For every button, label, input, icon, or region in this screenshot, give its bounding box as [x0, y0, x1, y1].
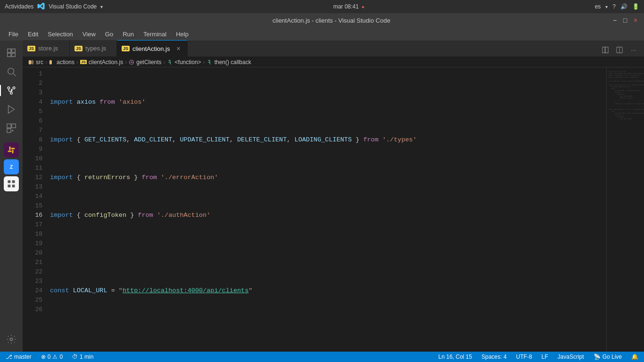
menubar-item-file[interactable]: File	[5, 30, 22, 39]
activity-bar-bottom	[3, 331, 20, 348]
activity-explorer[interactable]	[3, 44, 20, 61]
menubar-item-terminal[interactable]: Terminal	[140, 30, 170, 39]
minimize-button[interactable]: −	[611, 16, 619, 24]
menubar-item-go[interactable]: Go	[101, 30, 117, 39]
titlebar-title: clientAction.js - clients - Visual Studi…	[272, 17, 390, 24]
tab-clientaction-label: clientAction.js	[132, 45, 170, 52]
svg-rect-1	[12, 49, 15, 52]
line-num-11: 11	[26, 164, 42, 173]
breadcrumb-actions[interactable]: actions	[49, 59, 74, 66]
language-label[interactable]: es	[595, 3, 601, 10]
spaces-status[interactable]: Spaces: 4	[479, 352, 508, 362]
more-actions-button[interactable]: ···	[627, 43, 640, 57]
errors-icon: ⊗	[41, 354, 46, 360]
activity-bar: Z	[0, 41, 23, 352]
tab-clientaction-close[interactable]: ×	[175, 45, 182, 52]
line-numbers: 1 2 3 4 5 6 7 8 9 10 11 12 13 14 15 16 1…	[23, 67, 46, 352]
zoom-icon[interactable]: Z	[4, 159, 19, 174]
line-num-14: 14	[26, 192, 42, 201]
line-num-5: 5	[26, 107, 42, 116]
layout-button[interactable]	[613, 43, 626, 57]
go-live-label: Go Live	[603, 354, 622, 360]
files-icon[interactable]	[4, 176, 19, 191]
dropdown-arrow: ▾	[100, 4, 103, 9]
menubar-item-help[interactable]: Help	[172, 30, 192, 39]
line-num-3: 3	[26, 88, 42, 98]
menubar-item-selection[interactable]: Selection	[44, 30, 76, 39]
eol-status[interactable]: LF	[540, 352, 550, 362]
activity-run[interactable]	[3, 101, 20, 118]
svg-rect-0	[8, 49, 11, 52]
line-num-12: 12	[26, 173, 42, 182]
tab-store[interactable]: JS store.js	[23, 40, 70, 57]
language-label: JavaScript	[558, 354, 584, 360]
system-bar: Actividades Visual Studio Code ▾ mar 08:…	[0, 0, 644, 13]
notifications-button[interactable]: 🔔	[629, 352, 640, 362]
breadcrumb-then[interactable]: then() callback	[207, 59, 251, 66]
go-live-status[interactable]: 📡 Go Live	[592, 352, 624, 362]
eol-label: LF	[542, 354, 548, 360]
close-button[interactable]: ×	[632, 16, 639, 24]
svg-rect-15	[8, 151, 12, 152]
code-line-7	[50, 324, 606, 333]
encoding-status[interactable]: UTF-8	[514, 352, 534, 362]
activity-settings[interactable]	[3, 331, 20, 348]
language-status[interactable]: JavaScript	[556, 352, 586, 362]
titlebar-window-controls: − □ ×	[611, 16, 639, 24]
slack-icon[interactable]	[4, 142, 19, 157]
svg-rect-20	[12, 185, 15, 188]
tab-clientaction[interactable]: JS clientAction.js ×	[117, 40, 188, 57]
tab-types-icon: JS	[74, 46, 83, 51]
code-editor[interactable]: 1 2 3 4 5 6 7 8 9 10 11 12 13 14 15 16 1…	[23, 67, 644, 352]
svg-rect-12	[7, 129, 11, 132]
breadcrumb-function[interactable]: <function>	[167, 59, 201, 66]
tab-types-label: types.js	[85, 45, 106, 52]
tab-clientaction-icon: JS	[122, 46, 130, 51]
actividades-label[interactable]: Actividades	[5, 3, 33, 10]
main-layout: Z JS store.js JS types.js JS clien	[0, 41, 644, 352]
tab-actions: ···	[595, 43, 644, 57]
battery-icon[interactable]: 🔋	[632, 3, 639, 10]
line-num-22: 22	[26, 267, 42, 277]
live-dot: ●	[362, 4, 364, 9]
line-num-4: 4	[26, 98, 42, 107]
svg-line-5	[13, 74, 16, 76]
breadcrumb-file[interactable]: JS clientAction.js	[80, 59, 123, 66]
breadcrumb-src[interactable]: src	[28, 59, 43, 66]
svg-point-4	[8, 68, 14, 74]
svg-point-7	[13, 87, 15, 89]
code-content[interactable]: import axios from 'axios' import { GET_C…	[46, 67, 606, 352]
activity-search[interactable]	[3, 63, 20, 80]
encoding-label: UTF-8	[516, 354, 532, 360]
minimap: import axios from 'axios' import { GET_C…	[606, 67, 644, 352]
breadcrumb-getclients[interactable]: getClients	[129, 59, 161, 66]
code-line-3: import { returnErrors } from './errorAct…	[50, 173, 606, 182]
tab-types[interactable]: JS types.js	[70, 40, 117, 57]
svg-rect-2	[8, 53, 11, 57]
status-right: Ln 16, Col 15 Spaces: 4 UTF-8 LF JavaScr…	[437, 352, 640, 362]
menubar-item-view[interactable]: View	[79, 30, 99, 39]
svg-rect-11	[12, 124, 16, 128]
position-status[interactable]: Ln 16, Col 15	[437, 352, 474, 362]
activity-git[interactable]	[3, 82, 20, 99]
line-num-25: 25	[26, 296, 42, 305]
dropdown-arrow2: ▾	[605, 4, 608, 9]
volume-icon[interactable]: 🔊	[620, 3, 627, 10]
menubar-item-run[interactable]: Run	[119, 30, 138, 39]
line-num-15: 15	[26, 201, 42, 211]
warnings-icon: ⚠	[52, 354, 58, 360]
history-status[interactable]: ⏱ 1 min	[70, 352, 95, 362]
git-branch-status[interactable]: ⎇ master	[4, 352, 33, 362]
spaces-label: Spaces: 4	[481, 354, 506, 360]
datetime-label: mar 08:41	[333, 3, 359, 10]
menubar-item-edit[interactable]: Edit	[24, 30, 42, 39]
maximize-button[interactable]: □	[621, 16, 629, 24]
tab-store-label: store.js	[38, 45, 58, 52]
help-icon[interactable]: ?	[612, 3, 616, 10]
svg-rect-3	[12, 53, 15, 57]
errors-status[interactable]: ⊗ 0 ⚠ 0	[39, 352, 65, 362]
line-num-9: 9	[26, 145, 42, 154]
status-left: ⎇ master ⊗ 0 ⚠ 0 ⏱ 1 min	[4, 352, 95, 362]
split-editor-button[interactable]	[599, 43, 612, 57]
activity-extensions[interactable]	[3, 120, 20, 137]
